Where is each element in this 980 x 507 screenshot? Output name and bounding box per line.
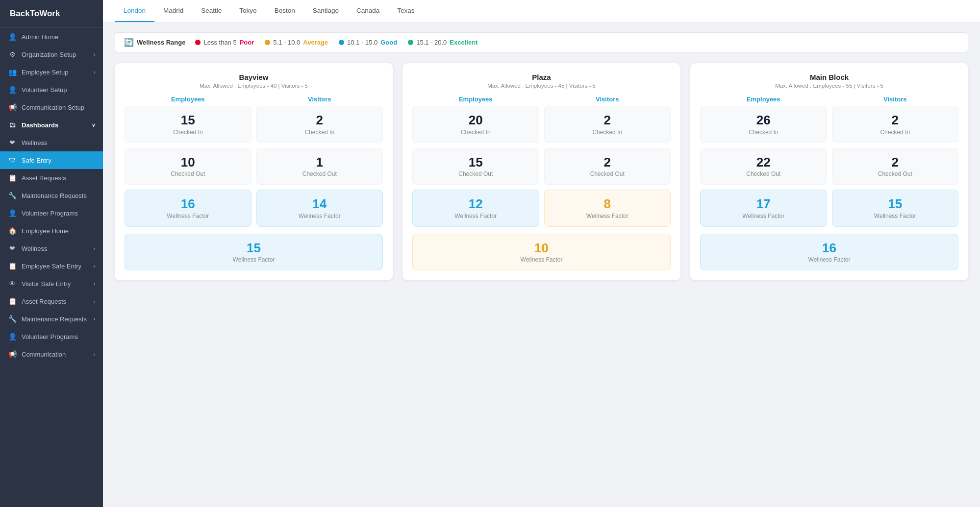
plaza-visitors-header: Visitors <box>544 96 671 103</box>
chevron-icon: › <box>94 299 95 304</box>
emp-entry-icon: 📋 <box>8 262 17 270</box>
bayview-vis-checkedout-num: 1 <box>261 155 379 169</box>
main-block-combined-wellness: 16 Wellness Factor <box>700 234 958 271</box>
sidebar-item-employee-setup[interactable]: 👥 Employee Setup › <box>0 63 103 81</box>
main-block-emp-checkedin: 26 Checked In <box>700 106 827 143</box>
sidebar-item-volunteer-programs2[interactable]: 👤 Volunteer Programs <box>0 328 103 345</box>
main-block-vis-checkedin: 2 Checked In <box>832 106 959 143</box>
tab-seattle[interactable]: Seattle <box>192 0 230 22</box>
asset-icon: 📋 <box>8 297 17 305</box>
tab-tokyo[interactable]: Tokyo <box>230 0 265 22</box>
tabs-bar: London Madrid Seattle Tokyo Boston Santi… <box>103 0 980 23</box>
bayview-vis-wellness-label: Wellness Factor <box>261 213 379 219</box>
bayview-subtitle: Max. Allowed : Employees - 40 | Visitors… <box>125 83 383 89</box>
bayview-stats: 15 Checked In 2 Checked In 10 Checked Ou… <box>125 106 383 270</box>
bayview-vis-checkedin-num: 2 <box>261 113 379 127</box>
bayview-emp-checkedin-num: 15 <box>129 113 247 127</box>
bayview-emp-wellness: 16 Wellness Factor <box>125 190 251 227</box>
sidebar-item-dashboards[interactable]: 🗂 Dashboards ∨ <box>0 116 103 134</box>
main-block-subtitle: Max. Allowed : Employees - 55 | Visitors… <box>700 83 958 89</box>
sidebar-item-maintenance-requests2[interactable]: 🔧 Maintenance Requests › <box>0 310 103 328</box>
employees-icon: 👥 <box>8 68 17 76</box>
main-block-emp-checkedout: 22 Checked Out <box>700 148 827 185</box>
plaza-vis-checkedout-label: Checked Out <box>549 170 667 177</box>
shield-icon: 🛡 <box>8 156 17 164</box>
tab-london[interactable]: London <box>115 0 154 22</box>
plaza-vis-wellness-label: Wellness Factor <box>549 213 667 219</box>
plaza-subtitle: Max. Allowed : Employees - 45 | Visitors… <box>412 83 671 89</box>
wr-good: 10.1 - 15.0 Good <box>339 39 397 46</box>
main-block-emp-checkedout-label: Checked Out <box>704 170 823 177</box>
building-bayview: Bayview Max. Allowed : Employees - 40 | … <box>115 63 393 280</box>
plaza-emp-checkedin-num: 20 <box>417 113 535 127</box>
sidebar-item-asset-requests[interactable]: 📋 Asset Requests <box>0 169 103 187</box>
plaza-emp-checkedout-label: Checked Out <box>417 170 535 177</box>
plaza-wellness-row: 12 Wellness Factor 8 Wellness Factor <box>412 190 671 227</box>
plaza-combined-wellness: 10 Wellness Factor <box>412 234 671 271</box>
plaza-vis-checkedin-num: 2 <box>549 113 667 127</box>
plaza-combined-label: Wellness Factor <box>417 256 666 263</box>
main-block-emp-checkedin-label: Checked In <box>704 129 823 136</box>
sidebar-item-employee-safe-entry[interactable]: 📋 Employee Safe Entry › <box>0 257 103 275</box>
sidebar-item-asset-requests2[interactable]: 📋 Asset Requests › <box>0 292 103 310</box>
main-block-checkedin-row: 26 Checked In 2 Checked In <box>700 106 958 143</box>
chevron-icon: › <box>94 70 95 75</box>
tab-canada[interactable]: Canada <box>348 0 388 22</box>
wellness-range-icon: 🔄 <box>124 38 134 47</box>
plaza-stats: 20 Checked In 2 Checked In 15 Checked Ou… <box>412 106 671 270</box>
main-block-vis-checkedout: 2 Checked Out <box>832 148 959 185</box>
chevron-icon: › <box>94 246 95 251</box>
maintenance-icon: 🔧 <box>8 315 17 323</box>
sidebar-item-admin-home[interactable]: 👤 Admin Home <box>0 28 103 46</box>
plaza-title: Plaza <box>412 73 671 81</box>
plaza-employees-header: Employees <box>412 96 539 103</box>
tab-boston[interactable]: Boston <box>266 0 304 22</box>
sidebar-item-employee-home[interactable]: 🏠 Employee Home <box>0 222 103 240</box>
sidebar-item-volunteer-programs[interactable]: 👤 Volunteer Programs <box>0 204 103 222</box>
plaza-vis-checkedout-num: 2 <box>549 155 667 169</box>
main-block-employees-header: Employees <box>700 96 827 103</box>
poor-dot <box>195 40 201 45</box>
eye-icon: 👁 <box>8 280 17 288</box>
plaza-combined-num: 10 <box>417 241 666 255</box>
sidebar-item-wellness[interactable]: ❤ Wellness <box>0 134 103 151</box>
bayview-vis-checkedout-label: Checked Out <box>261 170 379 177</box>
vol-prog-icon: 👤 <box>8 333 17 340</box>
bayview-combined-wellness: 15 Wellness Factor <box>125 234 383 271</box>
bayview-visitors-header: Visitors <box>256 96 383 103</box>
tab-texas[interactable]: Texas <box>388 0 423 22</box>
sidebar-item-visitor-safe-entry[interactable]: 👁 Visitor Safe Entry › <box>0 275 103 292</box>
sidebar-item-safe-entry[interactable]: 🛡 Safe Entry <box>0 151 103 169</box>
volunteer2-icon: 👤 <box>8 209 17 217</box>
sidebar-item-wellness2[interactable]: ❤ Wellness › <box>0 240 103 257</box>
clipboard-icon: 📋 <box>8 174 17 182</box>
main-block-vis-checkedin-num: 2 <box>836 113 955 127</box>
bayview-emp-wellness-label: Wellness Factor <box>129 213 247 219</box>
chevron-icon: › <box>94 316 95 322</box>
bayview-combined-label: Wellness Factor <box>129 256 378 263</box>
bayview-checkedout-row: 10 Checked Out 1 Checked Out <box>125 148 383 185</box>
sidebar-item-volunteer-setup[interactable]: 👤 Volunteer Setup <box>0 81 103 98</box>
plaza-emp-wellness: 12 Wellness Factor <box>412 190 539 227</box>
chevron-icon: › <box>94 352 95 357</box>
main-block-visitors-header: Visitors <box>832 96 959 103</box>
tab-madrid[interactable]: Madrid <box>154 0 192 22</box>
plaza-emp-checkedout: 15 Checked Out <box>412 148 539 185</box>
bayview-vis-wellness-num: 14 <box>261 197 379 211</box>
sidebar-item-communication[interactable]: 📢 Communication › <box>0 345 103 363</box>
building-main-block: Main Block Max. Allowed : Employees - 55… <box>690 63 968 280</box>
tab-santiago[interactable]: Santiago <box>304 0 348 22</box>
main-block-emp-checkedin-num: 26 <box>704 113 823 127</box>
bayview-vis-wellness: 14 Wellness Factor <box>256 190 383 227</box>
sidebar-item-communication-setup[interactable]: 📢 Communication Setup <box>0 98 103 116</box>
bayview-combined-num: 15 <box>129 241 378 255</box>
sidebar-item-maintenance-requests[interactable]: 🔧 Maintenance Requests <box>0 187 103 204</box>
sidebar-item-organization-setup[interactable]: ⚙ Organization Setup › <box>0 46 103 63</box>
plaza-emp-checkedout-num: 15 <box>417 155 535 169</box>
plaza-emp-checkedin: 20 Checked In <box>412 106 539 143</box>
bayview-ev-headers: Employees Visitors <box>125 96 383 106</box>
plaza-vis-wellness: 8 Wellness Factor <box>544 190 671 227</box>
dashboard-icon: 🗂 <box>8 121 17 129</box>
main-block-vis-checkedout-num: 2 <box>836 155 955 169</box>
bayview-emp-checkedin: 15 Checked In <box>125 106 251 143</box>
